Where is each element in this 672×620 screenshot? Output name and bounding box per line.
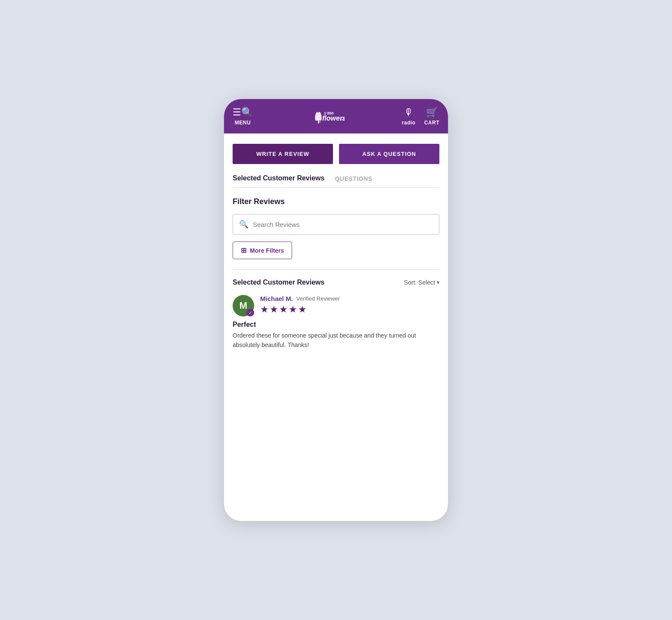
- verified-badge-icon: ✓: [246, 309, 254, 316]
- star-rating: ★ ★ ★ ★ ★: [260, 304, 439, 315]
- cart-label: CART: [424, 120, 439, 126]
- reviews-section-title: Selected Customer Reviews: [233, 279, 324, 286]
- verified-label: Verified Reviewer: [296, 295, 340, 302]
- svg-text:.com: .com: [339, 118, 345, 121]
- radio-label: radio: [402, 120, 416, 126]
- menu-search-icon: ☰🔍: [233, 107, 253, 118]
- ask-question-button[interactable]: ASK A QUESTION: [339, 144, 439, 164]
- review-card: M ✓ Michael M. Verified Reviewer ★ ★ ★ ★…: [233, 295, 439, 358]
- action-buttons: WRITE A REVIEW ASK A QUESTION: [233, 144, 439, 164]
- star-4: ★: [289, 304, 297, 315]
- cart-button[interactable]: 🛒 CART: [424, 107, 439, 126]
- main-content: WRITE A REVIEW ASK A QUESTION Selected C…: [224, 133, 448, 521]
- sort-label: Sort: Select: [404, 279, 435, 286]
- write-review-button[interactable]: WRITE A REVIEW: [233, 144, 333, 164]
- tab-reviews[interactable]: Selected Customer Reviews: [233, 174, 324, 183]
- logo[interactable]: 1·800 flowers .com: [310, 108, 345, 125]
- logo-svg: 1·800 flowers .com: [310, 108, 345, 125]
- header: ☰🔍 MENU 1·800 flowers .com: [224, 99, 448, 133]
- divider: [233, 270, 439, 270]
- filter-section: Filter Reviews 🔍 ⊞ More Filters: [233, 197, 439, 259]
- radio-icon: 🎙: [404, 107, 414, 118]
- sort-dropdown[interactable]: Sort: Select ▾: [404, 279, 439, 286]
- sort-arrow-icon: ▾: [437, 279, 439, 285]
- review-body: Ordered these for someone special just b…: [233, 331, 439, 350]
- search-box: 🔍: [233, 214, 439, 235]
- phone-frame: ☰🔍 MENU 1·800 flowers .com: [224, 99, 448, 521]
- star-2: ★: [270, 304, 278, 315]
- radio-button[interactable]: 🎙 radio: [402, 107, 416, 126]
- header-right: 🎙 radio 🛒 CART: [402, 107, 439, 126]
- review-title: Perfect: [233, 321, 439, 329]
- star-3: ★: [279, 304, 288, 315]
- search-icon: 🔍: [239, 220, 249, 229]
- review-author-row: M ✓ Michael M. Verified Reviewer ★ ★ ★ ★…: [233, 295, 439, 316]
- star-5: ★: [298, 304, 307, 315]
- author-name: Michael M.: [260, 295, 293, 302]
- filter-heading: Filter Reviews: [233, 197, 439, 206]
- tabs: Selected Customer Reviews QUESTIONS: [233, 174, 439, 188]
- author-info: Michael M. Verified Reviewer ★ ★ ★ ★ ★: [260, 295, 439, 315]
- avatar-wrapper: M ✓: [233, 295, 254, 316]
- star-1: ★: [260, 304, 269, 315]
- menu-label: MENU: [235, 120, 251, 126]
- more-filters-label: More Filters: [250, 247, 284, 254]
- more-filters-button[interactable]: ⊞ More Filters: [233, 242, 292, 259]
- tab-questions[interactable]: QUESTIONS: [335, 175, 372, 182]
- reviews-header: Selected Customer Reviews Sort: Select ▾: [233, 279, 439, 286]
- cart-icon: 🛒: [426, 107, 438, 118]
- menu-button[interactable]: ☰🔍 MENU: [233, 107, 253, 126]
- logo-container: 1·800 flowers .com: [310, 108, 345, 125]
- search-input[interactable]: [253, 221, 433, 228]
- filter-icon: ⊞: [241, 246, 246, 254]
- author-name-row: Michael M. Verified Reviewer: [260, 295, 439, 302]
